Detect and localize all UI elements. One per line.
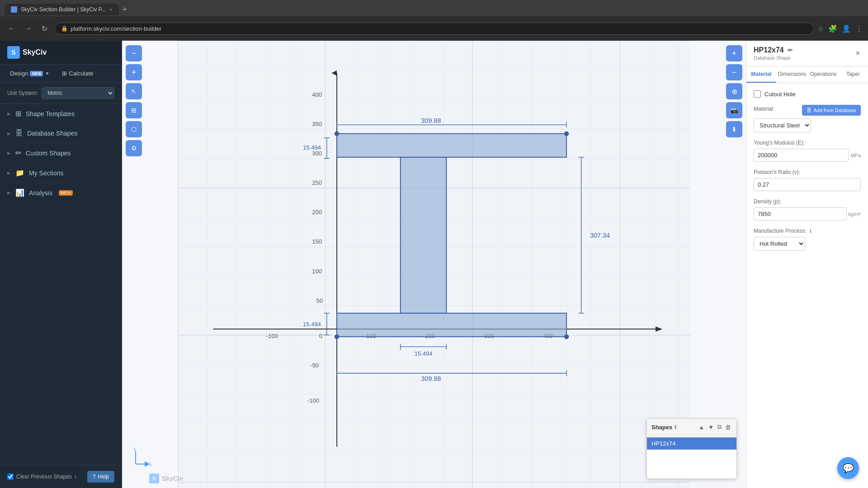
canvas-download-button[interactable]: ⬇ [726,121,742,137]
chevron-icon: ▶ [7,131,11,136]
svg-rect-25 [337,313,566,337]
sidebar-item-analysis[interactable]: ▶ 📊 Analysis BETA [0,183,122,203]
left-toolbar: − + ↖ ⊞ ⬡ ⚙ [126,45,142,156]
bottom-controls: Clear Previous Shapes ℹ ? Help [0,465,122,488]
analysis-icon: 📊 [15,188,24,197]
shapes-move-up-button[interactable]: ▲ [698,422,705,432]
database-icon: 🗄 [807,108,811,113]
youngs-modulus-group: Young's Modulus (E): 200000 MPa [754,140,861,162]
close-tab-icon[interactable]: × [109,7,112,12]
clear-shapes-checkbox[interactable] [7,474,14,480]
url-text: platform.skyciv.com/section-builder [71,25,161,32]
add-from-database-button[interactable]: 🗄 Add from Database [802,105,861,116]
user-icon[interactable]: 👤 [842,24,851,33]
shapes-list: HP12x74 [647,436,736,451]
refresh-button[interactable]: ↻ [38,22,51,35]
watermark-icon: S [149,474,159,483]
help-icon: ? [93,474,96,480]
shapes-panel: Shapes ℹ ▲ ▼ ⧉ 🗑 HP12x74 [646,418,737,479]
svg-text:50: 50 [316,297,322,304]
canvas-camera-button[interactable]: 📷 [726,102,742,118]
new-tab-button[interactable]: + [123,5,127,14]
extensions-icon[interactable]: 🧩 [828,24,837,33]
tab-taper[interactable]: Taper [838,66,868,83]
tab-material[interactable]: Material [746,66,776,83]
sidebar-item-custom-shapes[interactable]: ▶ ✏ Custom Shapes [0,143,122,163]
tab-dimensions[interactable]: Dimensions [776,66,808,83]
logo-icon: S [7,46,20,59]
shapes-info-icon[interactable]: ℹ [675,424,676,430]
manufacture-process-group: Manufacture Process: ℹ Hot Rolled Cold F… [754,228,861,251]
zoom-in-button[interactable]: + [126,64,142,80]
material-label-row: Material: 🗄 Add from Database [754,105,861,116]
browser-nav: ← → ↻ 🔒 platform.skyciv.com/section-buil… [0,16,868,41]
browser-tab[interactable]: SkyCiv Section Builder | SkyCiv P... × [5,4,119,15]
svg-point-53 [564,334,569,339]
svg-text:0: 0 [319,333,322,339]
cutout-hole-label: Cutout Hole [764,91,796,98]
panel-title: HP12x74 ✏ [754,46,793,54]
svg-text:400: 400 [312,91,322,98]
help-button[interactable]: ? Help [87,471,114,483]
manufacture-process-select[interactable]: Hot Rolled Cold Formed Welded [754,237,805,251]
shapes-move-down-button[interactable]: ▼ [707,422,715,432]
watermark: S SkyCiv [149,474,183,483]
panel-subtitle: Database Shape [754,55,793,61]
back-button[interactable]: ← [5,22,18,35]
calculate-label: Calculate [69,70,93,77]
cutout-hole-checkbox[interactable] [754,90,761,98]
density-input[interactable]: 7850 [754,207,847,221]
new-badge: NEW [30,71,43,76]
sidebar-item-shape-templates[interactable]: ▶ ⊞ Shape Templates [0,104,122,124]
select-button[interactable]: ↖ [126,83,142,99]
address-bar[interactable]: 🔒 platform.skyciv.com/section-builder [54,23,814,35]
youngs-modulus-input[interactable]: 200000 [754,149,849,162]
canvas-fit-button[interactable]: ⊕ [726,83,742,99]
unit-select[interactable]: Metric Imperial [42,87,114,99]
settings-button[interactable]: ⚙ [126,140,142,156]
clear-shapes-info-icon[interactable]: ℹ [75,474,76,480]
sidebar-item-database-shapes[interactable]: ▶ 🗄 Database Shapes [0,124,122,143]
panel-header: HP12x74 ✏ Database Shape × [746,41,868,66]
my-sections-icon: 📁 [15,169,24,177]
chevron-icon: ▶ [7,170,11,175]
browser-nav-icons: ☆ 🧩 👤 ⋮ [817,24,863,33]
panel-content: Cutout Hole Material: 🗄 Add from Databas… [746,83,868,488]
measure-button[interactable]: ⊞ [126,102,142,118]
close-panel-button[interactable]: × [855,48,861,58]
skyciv-logo: S SkyCiv [7,46,47,59]
clear-shapes-label: Clear Previous Shapes [16,474,72,480]
material-select[interactable]: Structural Steel Aluminium Concrete Timb… [754,118,811,132]
shapes-delete-button[interactable]: 🗑 [724,422,732,432]
design-menu-item[interactable]: Design NEW ▼ [7,68,52,79]
polygon-button[interactable]: ⬡ [126,121,142,137]
svg-rect-23 [337,134,566,157]
shapes-list-item[interactable]: HP12x74 [647,437,736,450]
clear-shapes-row: Clear Previous Shapes ℹ [7,474,83,480]
canvas-zoom-out-button[interactable]: − [726,64,742,80]
unit-label: Unit System: [7,90,38,96]
zoom-out-button[interactable]: − [126,45,142,61]
menu-icon[interactable]: ⋮ [855,24,863,33]
forward-button[interactable]: → [22,22,34,35]
shapes-panel-actions: ▲ ▼ ⧉ 🗑 [698,422,732,432]
svg-text:-100: -100 [266,333,278,339]
tab-operations[interactable]: Operations [808,66,839,83]
chat-button[interactable]: 💬 [837,457,859,479]
canvas-zoom-in-button[interactable]: + [726,45,742,61]
canvas-area[interactable]: − + ↖ ⊞ ⬡ ⚙ + − ⊕ 📷 ⬇ [122,41,746,488]
shapes-panel-header: Shapes ℹ ▲ ▼ ⧉ 🗑 [647,419,736,436]
svg-text:150: 150 [312,238,322,245]
sidebar-item-my-sections[interactable]: ▶ 📁 My Sections [0,163,122,183]
shapes-copy-button[interactable]: ⧉ [717,422,722,432]
manufacture-info-icon[interactable]: ℹ [810,228,811,234]
panel-edit-icon[interactable]: ✏ [788,47,793,54]
svg-text:300: 300 [312,150,322,157]
poissons-ratio-input[interactable]: 0.27 [754,178,861,191]
poissons-ratio-row: 0.27 [754,178,861,191]
svg-text:250: 250 [312,179,322,186]
calculate-icon: ⊞ [62,70,67,77]
calculate-menu-item[interactable]: ⊞ Calculate [59,68,96,79]
bookmark-icon[interactable]: ☆ [817,24,824,33]
chevron-icon: ▶ [7,190,11,195]
